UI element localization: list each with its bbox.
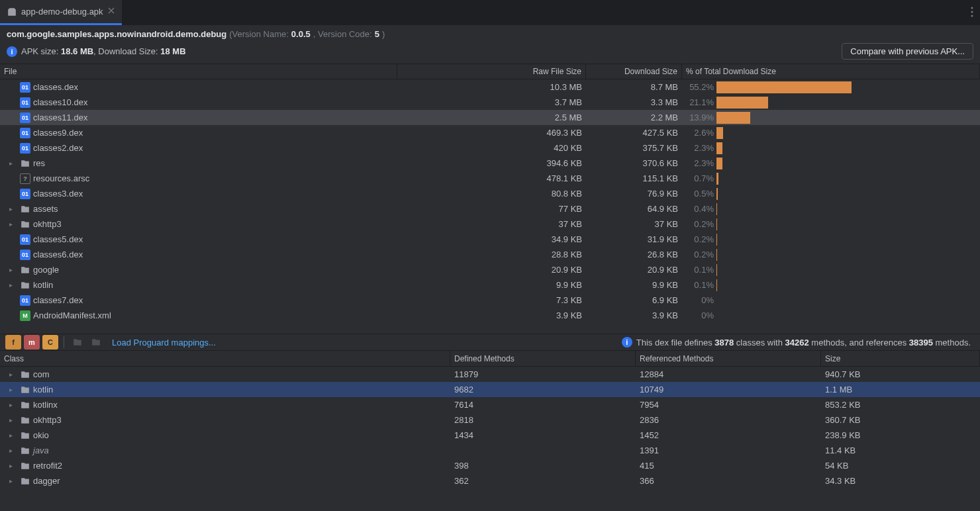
download-size: 37 KB <box>586 219 682 229</box>
col-file[interactable]: File <box>0 64 397 79</box>
percent-value: 0.1% <box>682 265 716 275</box>
defined-methods-value: 398 <box>450 461 636 471</box>
download-size: 76.9 KB <box>586 189 682 199</box>
file-row[interactable]: ▸okhttp337 KB37 KB0.2% <box>0 216 980 232</box>
defined-methods-value: 1434 <box>450 430 636 440</box>
close-icon[interactable] <box>107 7 115 17</box>
file-name-label: AndroidManifest.xml <box>33 310 111 320</box>
percent-value: 13.9% <box>682 113 716 122</box>
stats-prefix: This dex file defines <box>636 338 715 348</box>
file-row[interactable]: 01classes10.dex3.7 MB3.3 MB21.1% <box>0 95 980 110</box>
col-download-size[interactable]: Download Size <box>586 64 682 79</box>
percent-bar-cell <box>716 295 783 306</box>
class-size-value: 238.9 KB <box>821 430 980 440</box>
package-icon <box>20 476 30 487</box>
dex-icon: 01 <box>20 128 30 138</box>
svg-point-2 <box>971 15 973 17</box>
percent-value: 0.2% <box>682 219 716 229</box>
defined-methods-value: 9682 <box>450 385 636 395</box>
chevron-right-icon[interactable]: ▸ <box>9 462 17 469</box>
file-row[interactable]: 01classes9.dex469.3 KB427.5 KB2.6% <box>0 125 980 140</box>
chevron-right-icon[interactable]: ▸ <box>9 447 17 454</box>
percent-bar-cell <box>716 97 783 109</box>
col-referenced-methods[interactable]: Referenced Methods <box>636 351 821 366</box>
referenced-methods-value: 7954 <box>636 400 821 410</box>
load-proguard-link[interactable]: Load Proguard mappings... <box>107 338 216 348</box>
stats-methods: 34262 <box>785 338 809 348</box>
file-row[interactable]: ▸res394.6 KB370.6 KB2.3% <box>0 156 980 171</box>
col-defined-methods[interactable]: Defined Methods <box>450 351 636 366</box>
raw-file-size: 394.6 KB <box>397 158 586 168</box>
download-size: 427.5 KB <box>586 128 682 138</box>
percent-bar-cell <box>716 279 783 291</box>
referenced-methods-value: 366 <box>636 476 821 486</box>
nav-folder-icon[interactable] <box>88 335 104 349</box>
percent-value: 0.2% <box>682 250 716 259</box>
nav-up-icon[interactable] <box>70 335 85 349</box>
class-row[interactable]: ▸dagger36236634.3 KB <box>0 473 980 488</box>
chevron-right-icon[interactable]: ▸ <box>9 266 17 273</box>
class-row[interactable]: ▸kotlin9682107491.1 MB <box>0 382 980 397</box>
dex-icon: 01 <box>20 189 30 199</box>
class-row[interactable]: ▸kotlinx76147954853.2 KB <box>0 397 980 412</box>
file-row[interactable]: 01classes5.dex34.9 KB31.9 KB0.2% <box>0 232 980 247</box>
chevron-right-icon[interactable]: ▸ <box>9 416 17 424</box>
class-row[interactable]: ▸java139111.4 KB <box>0 443 980 458</box>
show-classes-button[interactable]: C <box>42 335 58 349</box>
compare-apk-button[interactable]: Compare with previous APK... <box>842 43 973 60</box>
chevron-right-icon[interactable]: ▸ <box>9 432 17 439</box>
file-row[interactable]: 01classes7.dex7.3 KB6.9 KB0% <box>0 293 980 308</box>
file-row[interactable]: 01classes3.dex80.8 KB76.9 KB0.5% <box>0 186 980 201</box>
chevron-right-icon[interactable]: ▸ <box>9 371 17 378</box>
separator <box>64 336 64 348</box>
file-name-label: kotlin <box>33 280 53 290</box>
show-methods-button[interactable]: m <box>24 335 40 349</box>
class-row[interactable]: ▸retrofit239841554 KB <box>0 458 980 473</box>
download-size: 6.9 KB <box>586 295 682 305</box>
class-row[interactable]: ▸okio14341452238.9 KB <box>0 428 980 443</box>
raw-file-size: 3.7 MB <box>397 97 586 107</box>
file-name-label: classes7.dex <box>33 295 83 305</box>
percent-value: 0.2% <box>682 234 716 244</box>
class-size-value: 54 KB <box>821 461 980 471</box>
percent-bar-cell <box>716 218 783 230</box>
file-name-label: classes2.dex <box>33 143 83 153</box>
class-size-value: 11.4 KB <box>821 445 980 455</box>
class-list-panel: Class Defined Methods Referenced Methods… <box>0 351 980 491</box>
file-row[interactable]: MAndroidManifest.xml3.9 KB3.9 KB0% <box>0 308 980 323</box>
file-row[interactable]: 01classes6.dex28.8 KB26.8 KB0.2% <box>0 247 980 262</box>
class-name-label: com <box>33 369 50 379</box>
chevron-right-icon[interactable]: ▸ <box>9 281 17 289</box>
file-row[interactable]: 01classes11.dex2.5 MB2.2 MB13.9% <box>0 110 980 125</box>
file-row[interactable]: 01classes.dex10.3 MB8.7 MB55.2% <box>0 79 980 95</box>
class-row[interactable]: ▸com1187912884940.7 KB <box>0 367 980 382</box>
file-row[interactable]: ▸kotlin9.9 KB9.9 KB0.1% <box>0 277 980 293</box>
col-raw-size[interactable]: Raw File Size <box>397 64 586 79</box>
download-size: 64.9 KB <box>586 204 682 214</box>
percent-bar <box>716 81 852 93</box>
file-name-label: classes10.dex <box>33 97 87 107</box>
file-name-label: res <box>33 158 45 168</box>
file-row[interactable]: ▸google20.9 KB20.9 KB0.1% <box>0 262 980 277</box>
chevron-right-icon[interactable]: ▸ <box>9 401 17 408</box>
file-row[interactable]: ▸assets77 KB64.9 KB0.4% <box>0 201 980 216</box>
chevron-right-icon[interactable]: ▸ <box>9 220 17 228</box>
file-row[interactable]: 01classes2.dex420 KB375.7 KB2.3% <box>0 140 980 156</box>
percent-bar-cell <box>716 81 783 93</box>
file-tab[interactable]: app-demo-debug.apk <box>0 0 122 25</box>
col-size[interactable]: Size <box>821 351 980 366</box>
class-row[interactable]: ▸okhttp328182836360.7 KB <box>0 412 980 428</box>
show-fields-button[interactable]: f <box>5 335 21 349</box>
dex-icon: 01 <box>20 234 30 245</box>
percent-value: 2.6% <box>682 128 716 138</box>
chevron-right-icon[interactable]: ▸ <box>9 160 17 167</box>
download-size: 31.9 KB <box>586 234 682 244</box>
file-row[interactable]: ?resources.arsc478.1 KB115.1 KB0.7% <box>0 171 980 186</box>
col-class[interactable]: Class <box>0 351 450 366</box>
chevron-right-icon[interactable]: ▸ <box>9 477 17 485</box>
download-size-label: , Download Size: <box>93 46 160 56</box>
more-icon[interactable] <box>971 7 973 19</box>
chevron-right-icon[interactable]: ▸ <box>9 205 17 212</box>
col-percent[interactable]: % of Total Download Size <box>682 64 980 79</box>
chevron-right-icon[interactable]: ▸ <box>9 386 17 393</box>
